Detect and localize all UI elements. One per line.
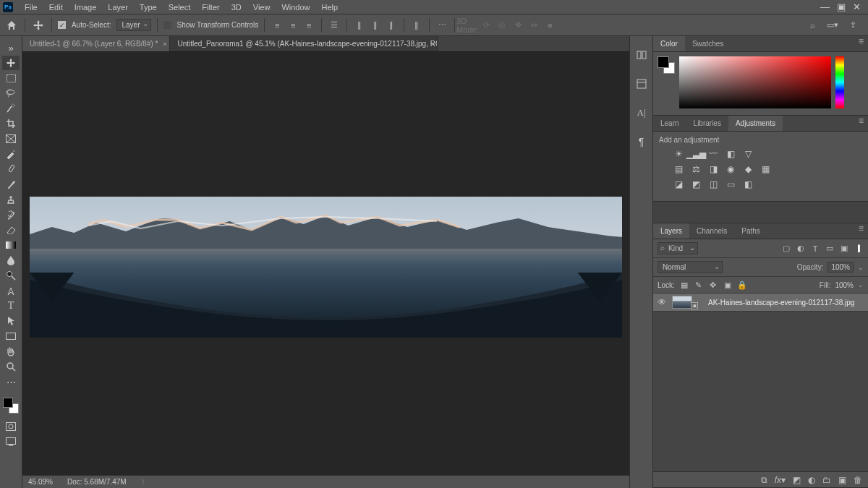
filter-adjust-icon[interactable]: ◐: [796, 244, 806, 254]
quick-mask-toggle[interactable]: [2, 419, 20, 434]
photo-filter-icon[interactable]: ◉: [724, 163, 737, 175]
tab-swatches[interactable]: Swatches: [685, 36, 731, 51]
menu-type[interactable]: Type: [134, 3, 163, 12]
fill-dropdown-icon[interactable]: ⌄: [858, 281, 864, 288]
link-layers-icon[interactable]: ⧉: [761, 475, 767, 485]
show-transform-checkbox[interactable]: [163, 21, 171, 29]
group-layers-icon[interactable]: 🗀: [822, 475, 831, 485]
distribute-icon[interactable]: ☰: [328, 19, 341, 32]
menu-file[interactable]: File: [19, 3, 43, 12]
share-icon[interactable]: ⇪: [846, 19, 859, 32]
align-center-h-icon[interactable]: ≡: [286, 19, 299, 32]
rectangular-marquee-tool[interactable]: [2, 71, 20, 85]
menu-window[interactable]: Window: [276, 3, 315, 12]
status-more-icon[interactable]: 〉: [141, 477, 148, 487]
document-tab-2[interactable]: Untitled_Panorama1 @ 45.1% (AK-Haines-la…: [170, 36, 438, 51]
home-button[interactable]: [4, 18, 19, 33]
properties-panel-icon[interactable]: [634, 77, 649, 91]
align-left-icon[interactable]: ≡: [271, 19, 284, 32]
align-top-icon[interactable]: ‖: [353, 19, 366, 32]
menu-filter[interactable]: Filter: [196, 3, 225, 12]
edit-toolbar-icon[interactable]: ⋯: [2, 374, 20, 389]
menu-image[interactable]: Image: [69, 3, 103, 12]
layer-filter-dropdown[interactable]: Kind: [658, 242, 698, 254]
lock-artboard-icon[interactable]: ▣: [723, 280, 733, 290]
paragraph-panel-icon[interactable]: ¶: [634, 134, 649, 149]
brightness-contrast-icon[interactable]: ☀: [672, 148, 685, 160]
align-bottom-icon[interactable]: ‖: [385, 19, 398, 32]
blur-tool[interactable]: [2, 253, 20, 267]
tab-libraries[interactable]: Libraries: [686, 116, 728, 131]
frame-tool[interactable]: [2, 132, 20, 146]
foreground-swatch[interactable]: [658, 56, 669, 68]
color-lookup-icon[interactable]: ▦: [759, 163, 772, 175]
canvas[interactable]: [30, 197, 622, 338]
color-panel-swatches[interactable]: [658, 56, 675, 74]
minimize-button[interactable]: —: [820, 1, 830, 12]
show-transform-controls[interactable]: Show Transform Controls: [163, 21, 259, 29]
character-panel-icon[interactable]: A|: [634, 106, 649, 120]
workspace-icon[interactable]: ▭▾: [826, 19, 839, 32]
path-selection-tool[interactable]: [2, 314, 20, 328]
layer-style-icon[interactable]: fx▾: [775, 475, 786, 485]
lock-pixels-icon[interactable]: ✎: [694, 280, 704, 290]
brush-tool[interactable]: [2, 177, 20, 192]
history-brush-tool[interactable]: [2, 207, 20, 222]
healing-brush-tool[interactable]: [2, 162, 20, 176]
tab-adjustments[interactable]: Adjustments: [728, 116, 783, 131]
gradient-map-icon[interactable]: ▭: [724, 179, 737, 190]
filter-toggle-icon[interactable]: ⏽: [854, 244, 864, 254]
menu-layer[interactable]: Layer: [102, 3, 134, 12]
history-panel-icon[interactable]: [634, 48, 649, 62]
threshold-icon[interactable]: ◫: [707, 179, 720, 190]
layer-thumbnail[interactable]: [672, 296, 692, 309]
delete-layer-icon[interactable]: 🗑: [854, 475, 862, 485]
new-layer-icon[interactable]: ▣: [838, 475, 846, 485]
eraser-tool[interactable]: [2, 223, 20, 237]
opacity-value[interactable]: 100%: [827, 262, 854, 273]
auto-select-target-dropdown[interactable]: Layer: [116, 19, 150, 31]
color-field[interactable]: [679, 56, 831, 108]
foreground-background-colors[interactable]: [3, 398, 19, 414]
hue-sat-icon[interactable]: ▤: [672, 163, 685, 175]
color-balance-icon[interactable]: ⚖: [689, 163, 702, 175]
exposure-icon[interactable]: ◧: [724, 148, 737, 160]
panel-menu-icon[interactable]: ≡: [854, 36, 868, 51]
close-button[interactable]: ✕: [853, 1, 861, 12]
search-icon[interactable]: ⌕: [806, 19, 819, 32]
more-options-icon[interactable]: ⋯: [435, 19, 448, 32]
gradient-tool[interactable]: [2, 238, 20, 252]
posterize-icon[interactable]: ◩: [689, 179, 702, 190]
invert-icon[interactable]: ◪: [672, 179, 685, 190]
vibrance-icon[interactable]: ▽: [741, 148, 754, 160]
move-tool[interactable]: [2, 56, 20, 70]
lock-position-icon[interactable]: ✥: [708, 280, 718, 290]
black-white-icon[interactable]: ◨: [707, 163, 720, 175]
maximize-button[interactable]: ▣: [837, 1, 846, 12]
pen-tool[interactable]: [2, 283, 20, 298]
tab-color[interactable]: Color: [653, 36, 685, 51]
move-tool-icon[interactable]: [31, 18, 46, 33]
expand-toolbox-icon[interactable]: »: [2, 40, 20, 55]
tab-learn[interactable]: Learn: [653, 116, 686, 131]
layer-item[interactable]: 👁 ▣ AK-Haines-landscape-evening-012117-3…: [653, 294, 868, 312]
auto-select-field[interactable]: ✓ Auto-Select:: [58, 21, 111, 29]
filter-smart-icon[interactable]: ▣: [839, 244, 849, 254]
menu-edit[interactable]: Edit: [43, 3, 69, 12]
selective-color-icon[interactable]: ◧: [741, 179, 754, 190]
dodge-tool[interactable]: [2, 268, 20, 283]
screen-mode-toggle[interactable]: [2, 435, 20, 449]
layer-mask-icon[interactable]: ◩: [793, 475, 801, 485]
close-icon[interactable]: ×: [163, 40, 166, 48]
panel-menu-icon[interactable]: ≡: [854, 223, 868, 239]
type-tool[interactable]: T: [2, 299, 20, 313]
zoom-level[interactable]: 45.09%: [28, 478, 53, 486]
curves-icon[interactable]: 〰: [707, 148, 720, 160]
lock-all-icon[interactable]: 🔒: [737, 280, 747, 290]
levels-icon[interactable]: ▁▃▅: [689, 148, 702, 160]
foreground-color-swatch[interactable]: [3, 398, 13, 408]
hue-slider[interactable]: [835, 56, 844, 108]
fill-value[interactable]: 100%: [835, 281, 854, 289]
zoom-tool[interactable]: [2, 359, 20, 374]
tab-paths[interactable]: Paths: [734, 223, 767, 239]
